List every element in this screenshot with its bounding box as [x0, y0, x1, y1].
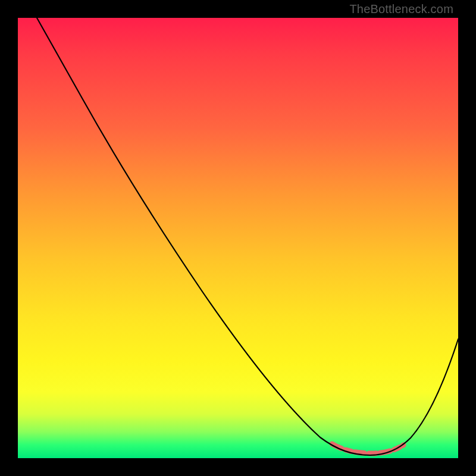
- curve-layer: [18, 18, 458, 458]
- chart-frame: [18, 18, 458, 458]
- bottleneck-curve: [37, 18, 458, 455]
- bottleneck-highlight: [332, 444, 403, 453]
- watermark-text: TheBottleneck.com: [349, 2, 453, 16]
